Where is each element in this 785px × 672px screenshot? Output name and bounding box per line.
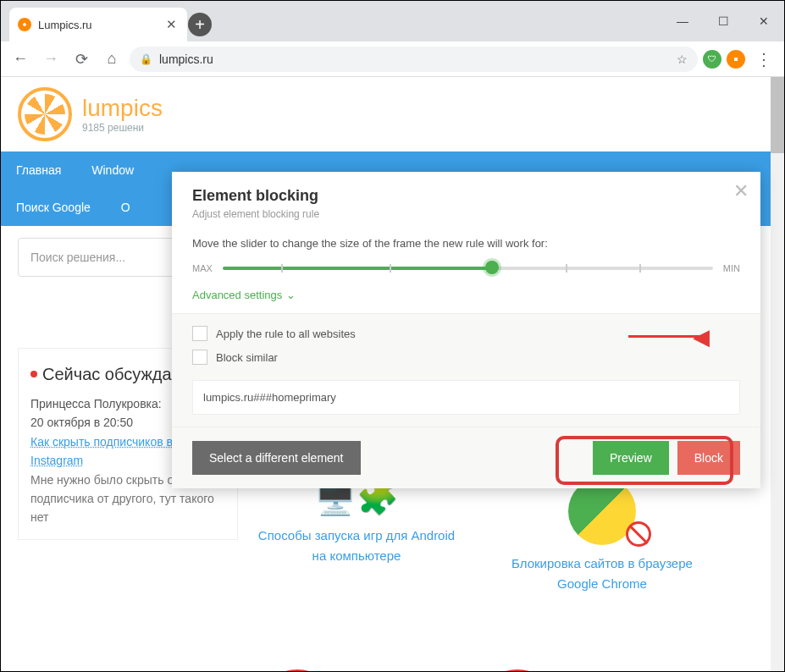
advanced-settings-toggle[interactable]: Advanced settings ⌄	[192, 289, 740, 301]
modal-subtitle: Adjust element blocking rule	[192, 208, 740, 220]
site-search-input[interactable]: Поиск решения...	[18, 238, 196, 277]
modal-title: Element blocking	[192, 187, 740, 205]
nav-search[interactable]: Поиск Google	[1, 189, 106, 226]
scrollbar-track[interactable]	[771, 77, 784, 671]
site-logo-icon[interactable]	[18, 87, 72, 141]
element-blocking-modal: ✕ Element blocking Adjust element blocki…	[172, 172, 760, 488]
site-tagline: 9185 решени	[82, 122, 163, 134]
lock-icon: 🔒	[140, 53, 152, 65]
modal-header: Element blocking Adjust element blocking…	[172, 172, 760, 229]
close-window-button[interactable]: ✕	[744, 1, 784, 41]
live-dot-icon	[30, 371, 37, 377]
modal-footer: Select a different element Preview Block	[172, 427, 760, 488]
checkbox-icon	[192, 326, 207, 341]
article-link-2: Блокировка сайтов в браузере Google Chro…	[500, 554, 704, 594]
slider-instruction: Move the slider to change the size of th…	[192, 237, 740, 250]
window-controls: — ☐ ✕	[662, 1, 784, 41]
preview-button[interactable]: Preview	[593, 441, 669, 475]
arrow-annotation-icon: ◀	[693, 324, 710, 350]
home-button[interactable]: ⌂	[99, 47, 124, 72]
back-button[interactable]: ←	[8, 47, 33, 72]
modal-close-icon[interactable]: ✕	[733, 180, 749, 202]
block-sign-icon	[626, 521, 651, 547]
slider-fill	[223, 267, 492, 270]
nav-about[interactable]: О	[106, 189, 146, 226]
maximize-button[interactable]: ☐	[703, 1, 744, 41]
select-different-button[interactable]: Select a different element	[192, 441, 361, 475]
comment-article-link[interactable]: Как скрыть подписчиков в Instagram	[30, 435, 173, 467]
omnibox[interactable]: 🔒 lumpics.ru ☆	[130, 47, 698, 72]
reload-button[interactable]: ⟳	[69, 47, 94, 72]
browser-tab[interactable]: Lumpics.ru ✕	[9, 8, 187, 41]
new-tab-button[interactable]: +	[187, 8, 213, 41]
slider-tick	[281, 264, 283, 273]
favicon-icon	[18, 18, 31, 31]
card-icon	[475, 669, 560, 671]
tab-title: Lumpics.ru	[38, 19, 158, 31]
extension-icon[interactable]	[727, 50, 745, 69]
browser-menu-icon[interactable]: ⋮	[750, 49, 777, 69]
window-titlebar: Lumpics.ru ✕ + — ☐ ✕	[1, 1, 784, 41]
card-icon	[255, 669, 340, 671]
nav-windows[interactable]: Window	[76, 151, 149, 189]
advanced-options: Apply the rule to all websites Block sim…	[172, 313, 760, 427]
block-similar-checkbox[interactable]: Block similar	[192, 350, 740, 365]
slider-tick	[566, 264, 567, 273]
forward-button[interactable]: →	[38, 47, 64, 72]
slider-tick	[390, 264, 391, 273]
address-bar: ← → ⟳ ⌂ 🔒 lumpics.ru ☆ 🛡 ⋮	[1, 41, 784, 77]
minimize-button[interactable]: —	[662, 1, 703, 41]
scope-slider[interactable]	[223, 266, 713, 271]
modal-body: Move the slider to change the size of th…	[172, 229, 760, 313]
url-text: lumpics.ru	[159, 52, 213, 66]
scope-slider-row: MAX MIN	[192, 263, 740, 273]
article-row-2	[255, 669, 560, 671]
site-name: lumpics	[82, 95, 163, 122]
checkbox-icon	[192, 350, 207, 365]
slider-track	[492, 267, 713, 270]
site-header: lumpics 9185 решени	[1, 77, 784, 151]
adguard-extension-icon[interactable]: 🛡	[703, 50, 721, 69]
slider-max-label: MAX	[192, 263, 213, 273]
bookmark-star-icon[interactable]: ☆	[677, 52, 688, 66]
close-tab-icon[interactable]: ✕	[164, 15, 179, 34]
rule-input[interactable]	[192, 380, 740, 415]
apply-all-checkbox[interactable]: Apply the rule to all websites	[192, 326, 740, 341]
scrollbar-thumb[interactable]	[771, 77, 784, 153]
slider-tick	[639, 264, 641, 273]
page-viewport: lumpics 9185 решени Главная Window Поиск…	[1, 77, 784, 671]
article-link-1: Способы запуска игр для Android на компь…	[255, 526, 458, 566]
chevron-down-icon: ⌄	[286, 289, 296, 301]
site-logo-text: lumpics 9185 решени	[82, 95, 163, 134]
block-button[interactable]: Block	[677, 441, 740, 475]
slider-thumb[interactable]	[485, 261, 499, 274]
slider-min-label: MIN	[723, 263, 740, 273]
nav-home[interactable]: Главная	[1, 151, 76, 189]
